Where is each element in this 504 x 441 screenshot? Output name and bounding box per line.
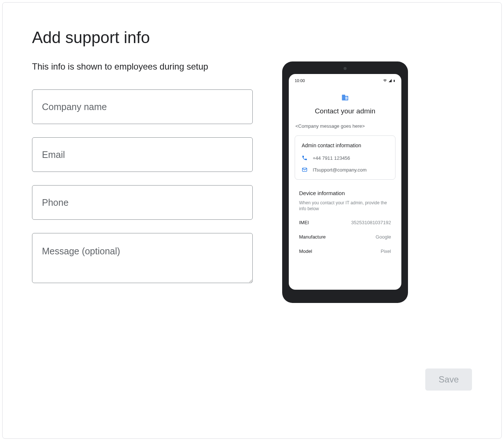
admin-email-row: ITsupport@company.com	[302, 167, 388, 173]
device-info-title: Device information	[295, 190, 395, 196]
content-row: This info is shown to employees during s…	[32, 61, 472, 303]
device-value: Pixel	[381, 248, 391, 254]
admin-phone-value: +44 7911 123456	[313, 155, 350, 161]
status-bar: 10:00	[295, 78, 395, 83]
preview-company-message: <Company message goes here>	[295, 123, 395, 129]
device-value: Google	[376, 234, 391, 240]
email-icon	[302, 167, 308, 173]
page-title: Add support info	[32, 28, 472, 47]
device-row-imei: IMEI 352531081037192	[295, 220, 395, 225]
form-column: This info is shown to employees during s…	[32, 61, 253, 298]
phone-frame: 10:00 Contact your admin <Company	[282, 61, 408, 303]
message-field[interactable]	[32, 233, 253, 283]
company-name-field[interactable]	[32, 89, 253, 124]
phone-screen: 10:00 Contact your admin <Company	[289, 74, 401, 290]
preview-title: Contact your admin	[295, 107, 395, 115]
device-label: IMEI	[299, 220, 309, 225]
camera-dot	[344, 67, 347, 70]
admin-contact-card: Admin contact information +44 7911 12345…	[295, 135, 395, 180]
admin-email-value: ITsupport@company.com	[313, 167, 367, 173]
add-support-info-card: Add support info This info is shown to e…	[2, 2, 502, 439]
status-time: 10:00	[295, 78, 305, 83]
device-label: Model	[299, 248, 312, 254]
battery-icon	[393, 79, 395, 83]
admin-phone-row: +44 7911 123456	[302, 155, 388, 161]
admin-contact-title: Admin contact information	[302, 142, 388, 148]
domain-icon-wrap	[295, 94, 395, 103]
device-row-model: Model Pixel	[295, 248, 395, 254]
phone-field[interactable]	[32, 185, 253, 220]
phone-icon	[302, 155, 308, 161]
email-field[interactable]	[32, 137, 253, 172]
page-subtitle: This info is shown to employees during s…	[32, 61, 253, 72]
wifi-icon	[383, 79, 387, 82]
save-button[interactable]: Save	[425, 368, 472, 391]
preview-column: 10:00 Contact your admin <Company	[282, 61, 408, 303]
signal-icon	[388, 79, 392, 82]
status-icons	[383, 79, 395, 83]
device-value: 352531081037192	[351, 220, 391, 225]
device-row-manufacture: Manufacture Google	[295, 234, 395, 240]
device-label: Manufacture	[299, 234, 326, 240]
domain-icon	[341, 94, 349, 101]
device-info-subtitle: When you contact your IT admin, provide …	[295, 200, 395, 212]
